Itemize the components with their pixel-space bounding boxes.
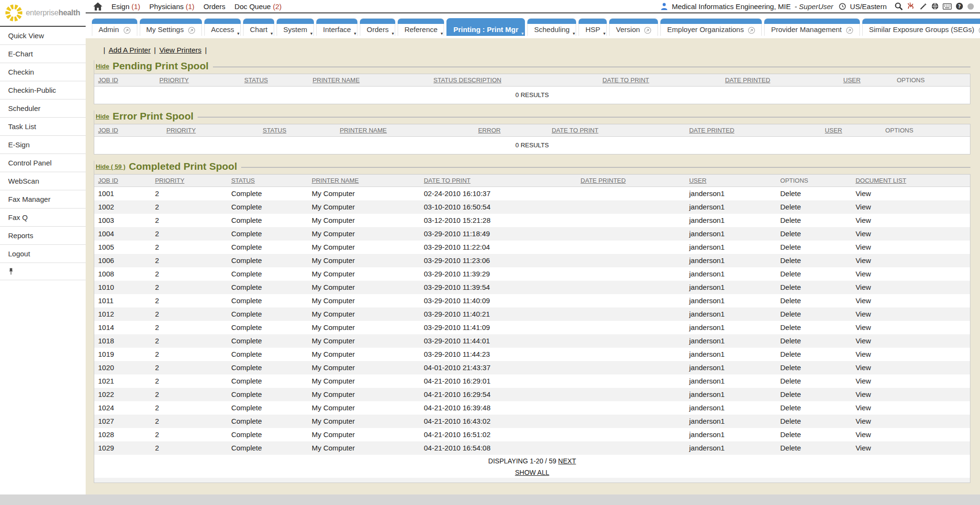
topbar-link-esign[interactable]: Esign (1)	[111, 2, 140, 11]
next-link[interactable]: NEXT	[558, 457, 576, 465]
delete-link[interactable]: Delete	[780, 323, 801, 331]
delete-link[interactable]: Delete	[780, 377, 801, 385]
view-link[interactable]: View	[856, 270, 871, 278]
topbar-link-orders[interactable]: Orders	[203, 2, 225, 11]
view-link[interactable]: View	[856, 203, 871, 211]
tab-orders[interactable]: Orders▾	[360, 18, 395, 36]
view-link[interactable]: View	[856, 377, 871, 385]
tab-employer-organizations[interactable]: Employer Organizations	[660, 18, 762, 36]
topbar-link-doc-queue[interactable]: Doc Queue (2)	[234, 2, 281, 11]
tab-interface[interactable]: Interface▾	[316, 18, 357, 36]
view-printers-link[interactable]: View Printers	[159, 46, 201, 54]
tab-my-settings[interactable]: My Settings	[140, 18, 202, 36]
view-link[interactable]: View	[856, 404, 871, 412]
view-link[interactable]: View	[856, 283, 871, 291]
view-link[interactable]: View	[856, 323, 871, 331]
delete-link[interactable]: Delete	[780, 390, 801, 398]
error-hide-link[interactable]: Hide	[96, 113, 109, 120]
col-header-status[interactable]: STATUS	[241, 74, 309, 87]
tab-provider-management[interactable]: Provider Management	[764, 18, 860, 36]
sidebar-item-e-chart[interactable]: E-Chart	[0, 45, 86, 63]
tab-similar-exposure-groups-segs[interactable]: Similar Exposure Groups (SEGs)	[862, 18, 980, 36]
col-header-printer-name[interactable]: PRINTER NAME	[309, 74, 430, 87]
delete-link[interactable]: Delete	[780, 283, 801, 291]
sidebar-item-logout[interactable]: Logout	[0, 245, 86, 263]
view-link[interactable]: View	[856, 296, 871, 305]
delete-link[interactable]: Delete	[780, 256, 801, 264]
delete-link[interactable]: Delete	[780, 350, 801, 358]
view-link[interactable]: View	[856, 216, 871, 224]
topbar-link-physicians[interactable]: Physicians (1)	[149, 2, 194, 11]
signature-icon[interactable]	[907, 2, 915, 11]
sidebar-pin-button[interactable]	[0, 263, 86, 280]
view-link[interactable]: View	[856, 390, 871, 398]
col-header-printer-name[interactable]: PRINTER NAME	[308, 175, 420, 187]
view-link[interactable]: View	[856, 350, 871, 358]
delete-link[interactable]: Delete	[780, 430, 801, 439]
view-link[interactable]: View	[856, 310, 871, 318]
col-header-user[interactable]: USER	[839, 74, 893, 87]
help-icon[interactable]: ?	[956, 2, 963, 10]
col-header-document-list[interactable]: DOCUMENT LIST	[852, 175, 970, 187]
delete-link[interactable]: Delete	[780, 337, 801, 345]
delete-link[interactable]: Delete	[780, 417, 801, 425]
delete-link[interactable]: Delete	[780, 216, 801, 224]
col-header-error[interactable]: ERROR	[474, 124, 548, 137]
tab-admin[interactable]: Admin	[92, 18, 137, 36]
view-link[interactable]: View	[856, 189, 871, 198]
tab-chart[interactable]: Chart▾	[243, 18, 274, 36]
view-link[interactable]: View	[856, 243, 871, 251]
view-link[interactable]: View	[856, 430, 871, 439]
col-header-date-printed[interactable]: DATE PRINTED	[721, 74, 839, 87]
sidebar-item-e-sign[interactable]: E-Sign	[0, 136, 86, 154]
col-header-priority[interactable]: PRIORITY	[151, 175, 227, 187]
sidebar-item-checkin-public[interactable]: Checkin-Public	[0, 81, 86, 99]
col-header-printer-name[interactable]: PRINTER NAME	[336, 124, 474, 137]
delete-link[interactable]: Delete	[780, 444, 801, 452]
view-link[interactable]: View	[856, 444, 871, 452]
sidebar-item-quick-view[interactable]: Quick View	[0, 27, 86, 45]
delete-link[interactable]: Delete	[780, 243, 801, 251]
view-link[interactable]: View	[856, 256, 871, 264]
delete-link[interactable]: Delete	[780, 189, 801, 198]
col-header-date-to-print[interactable]: DATE TO PRINT	[548, 124, 685, 137]
pending-hide-link[interactable]: Hide	[96, 63, 109, 70]
home-button[interactable]	[93, 2, 102, 11]
sidebar-item-control-panel[interactable]: Control Panel	[0, 154, 86, 172]
tab-scheduling[interactable]: Scheduling▾	[527, 18, 576, 36]
delete-link[interactable]: Delete	[780, 203, 801, 211]
view-link[interactable]: View	[856, 337, 871, 345]
col-header-job-id[interactable]: JOB ID	[94, 74, 156, 87]
view-link[interactable]: View	[856, 417, 871, 425]
view-link[interactable]: View	[856, 363, 871, 372]
sidebar-item-task-list[interactable]: Task List	[0, 118, 86, 136]
col-header-job-id[interactable]: JOB ID	[94, 124, 163, 137]
tab-reference[interactable]: Reference▾	[398, 18, 444, 36]
col-header-date-printed[interactable]: DATE PRINTED	[577, 175, 685, 187]
sidebar-item-checkin[interactable]: Checkin	[0, 63, 86, 81]
delete-link[interactable]: Delete	[780, 270, 801, 278]
view-link[interactable]: View	[856, 230, 871, 238]
col-header-date-printed[interactable]: DATE PRINTED	[685, 124, 821, 137]
col-header-date-to-print[interactable]: DATE TO PRINT	[599, 74, 721, 87]
col-header-date-to-print[interactable]: DATE TO PRINT	[420, 175, 577, 187]
globe-icon[interactable]	[931, 2, 939, 10]
completed-hide-link[interactable]: Hide ( 59 )	[96, 163, 125, 170]
show-all-link[interactable]: SHOW ALL	[515, 469, 549, 476]
tab-access[interactable]: Access▾	[204, 18, 241, 36]
tab-version[interactable]: Version	[609, 18, 658, 36]
sidebar-item-fax-manager[interactable]: Fax Manager	[0, 190, 86, 209]
sidebar-item-reports[interactable]: Reports	[0, 227, 86, 245]
tab-hsp[interactable]: HSP▾	[579, 18, 607, 36]
sidebar-item-webscan[interactable]: WebScan	[0, 172, 86, 190]
sidebar-item-scheduler[interactable]: Scheduler	[0, 99, 86, 118]
add-a-printer-link[interactable]: Add A Printer	[109, 46, 151, 54]
sidebar-item-fax-q[interactable]: Fax Q	[0, 209, 86, 227]
wand-icon[interactable]	[919, 2, 927, 11]
tab-system[interactable]: System▾	[277, 18, 314, 36]
col-header-status[interactable]: STATUS	[227, 175, 308, 187]
delete-link[interactable]: Delete	[780, 310, 801, 318]
search-icon[interactable]	[894, 2, 903, 11]
delete-link[interactable]: Delete	[780, 404, 801, 412]
col-header-job-id[interactable]: JOB ID	[94, 175, 151, 187]
